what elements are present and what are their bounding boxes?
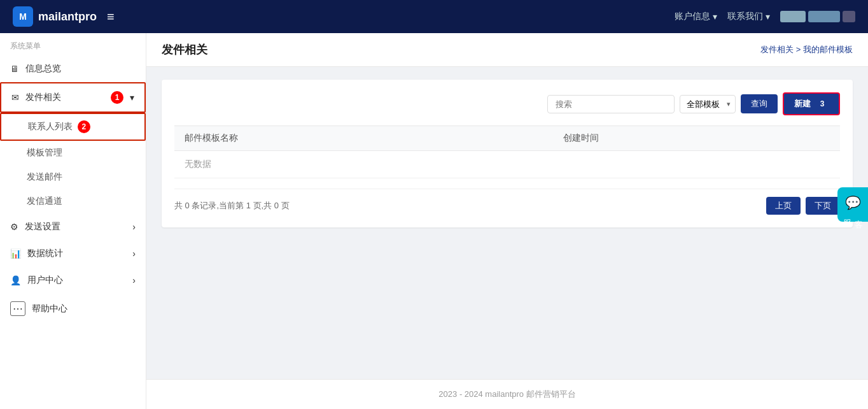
logo-text: mailantpro xyxy=(38,10,97,24)
sidebar-sub-send-channel[interactable]: 发信通道 xyxy=(0,189,146,213)
footer-text: 2023 - 2024 mailantpro 邮件营销平台 xyxy=(438,389,575,399)
user-icon: 👤 xyxy=(10,275,21,285)
chevron-right-icon: › xyxy=(132,248,136,259)
col-time: 创建时间 xyxy=(553,126,840,151)
avatar-box-3 xyxy=(843,11,855,22)
breadcrumb-separator: > xyxy=(796,45,803,54)
sidebar-item-label: 帮助中心 xyxy=(32,303,136,315)
breadcrumb: 发件相关 > 我的邮件模板 xyxy=(760,44,853,55)
content-area: 全部模板 我的模板 共享模板 查询 新建 3 邮件模 xyxy=(146,67,868,379)
sidebar-item-info-overview[interactable]: 🖥 信息总览 xyxy=(0,55,146,82)
gear-icon: ⚙ xyxy=(10,222,18,232)
sidebar-item-help-center[interactable]: ⋯ 帮助中心 xyxy=(0,294,146,324)
query-button[interactable]: 查询 xyxy=(741,94,778,113)
logo-icon: M xyxy=(13,6,33,27)
sidebar: 系统菜单 🖥 信息总览 ✉ 发件相关 1 ▾ 联系人列表 2 模板管理 发送邮件… xyxy=(0,33,146,409)
sidebar-item-send-related[interactable]: ✉ 发件相关 1 ▾ xyxy=(0,82,146,113)
service-label: 客服 xyxy=(841,213,864,214)
avatar-box-2 xyxy=(808,11,840,22)
toolbar: 全部模板 我的模板 共享模板 查询 新建 3 xyxy=(174,92,840,115)
float-service-button[interactable]: 💬 客服 xyxy=(837,187,868,222)
body-wrap: 系统菜单 🖥 信息总览 ✉ 发件相关 1 ▾ 联系人列表 2 模板管理 发送邮件… xyxy=(0,33,868,409)
breadcrumb-current: 我的邮件模板 xyxy=(803,45,853,54)
next-page-button[interactable]: 下页 xyxy=(806,197,840,215)
sidebar-sub-contact-list[interactable]: 联系人列表 2 xyxy=(0,113,146,141)
content-card: 全部模板 我的模板 共享模板 查询 新建 3 邮件模 xyxy=(162,80,853,227)
badge-3: 3 xyxy=(816,97,829,110)
account-info-link[interactable]: 账户信息 ▾ xyxy=(675,11,717,22)
footer: 2023 - 2024 mailantpro 邮件营销平台 xyxy=(146,379,868,409)
page-header: 发件相关 发件相关 > 我的邮件模板 xyxy=(146,33,868,67)
chat-icon: 💬 xyxy=(845,195,861,210)
empty-row: 无数据 xyxy=(174,151,840,178)
chevron-down-icon: ▾ xyxy=(130,92,134,103)
sidebar-item-label: 发件相关 xyxy=(25,92,102,103)
sidebar-section-label: 系统菜单 xyxy=(0,33,146,55)
badge-1: 1 xyxy=(111,91,123,104)
sidebar-item-send-settings[interactable]: ⚙ 发送设置 › xyxy=(0,213,146,240)
data-table: 邮件模板名称 创建时间 无数据 xyxy=(174,126,840,178)
avatar-group xyxy=(780,11,855,22)
empty-text: 无数据 xyxy=(174,151,840,178)
chevron-right-icon: › xyxy=(132,275,136,285)
topnav-right: 账户信息 ▾ 联系我们 ▾ xyxy=(675,11,855,22)
new-button[interactable]: 新建 3 xyxy=(783,92,840,115)
pagination-info: 共 0 条记录,当前第 1 页,共 0 页 xyxy=(174,200,290,212)
chevron-right-icon: › xyxy=(132,222,136,232)
monitor-icon: 🖥 xyxy=(10,64,19,74)
sidebar-item-label: 数据统计 xyxy=(27,248,126,259)
badge-2: 2 xyxy=(78,120,90,133)
filter-select[interactable]: 全部模板 我的模板 共享模板 xyxy=(680,95,736,113)
filter-select-wrap: 全部模板 我的模板 共享模板 xyxy=(680,95,736,113)
prev-page-button[interactable]: 上页 xyxy=(766,197,801,215)
logo[interactable]: M mailantpro xyxy=(13,6,97,27)
chart-icon: 📊 xyxy=(10,248,21,259)
sidebar-item-label: 用户中心 xyxy=(27,275,126,286)
svg-text:M: M xyxy=(19,11,27,22)
sidebar-item-label: 发送设置 xyxy=(25,221,126,233)
page-title: 发件相关 xyxy=(162,42,207,57)
chevron-down-icon: ▾ xyxy=(766,11,770,22)
sidebar-item-user-center[interactable]: 👤 用户中心 › xyxy=(0,267,146,294)
sidebar-sub-send-email[interactable]: 发送邮件 xyxy=(0,165,146,189)
pagination-buttons: 上页 下页 xyxy=(766,197,840,215)
col-name: 邮件模板名称 xyxy=(174,126,553,151)
sidebar-item-data-stats[interactable]: 📊 数据统计 › xyxy=(0,240,146,267)
topnav-left: M mailantpro ≡ xyxy=(13,6,115,27)
help-icon: ⋯ xyxy=(10,301,25,316)
chevron-down-icon: ▾ xyxy=(713,11,717,22)
avatar-box-1 xyxy=(780,11,806,22)
top-navigation: M mailantpro ≡ 账户信息 ▾ 联系我们 ▾ xyxy=(0,0,868,33)
mail-icon: ✉ xyxy=(11,92,19,103)
contact-us-link[interactable]: 联系我们 ▾ xyxy=(727,11,770,22)
breadcrumb-parent[interactable]: 发件相关 xyxy=(760,45,794,54)
sidebar-sub-template-mgmt[interactable]: 模板管理 xyxy=(0,141,146,165)
sidebar-item-label: 信息总览 xyxy=(25,63,136,75)
search-input[interactable] xyxy=(547,95,675,113)
menu-toggle-button[interactable]: ≡ xyxy=(107,10,115,24)
main-content: 发件相关 发件相关 > 我的邮件模板 全部模板 我的模板 共享模板 xyxy=(146,33,868,409)
pagination-wrap: 共 0 条记录,当前第 1 页,共 0 页 上页 下页 xyxy=(174,189,840,215)
